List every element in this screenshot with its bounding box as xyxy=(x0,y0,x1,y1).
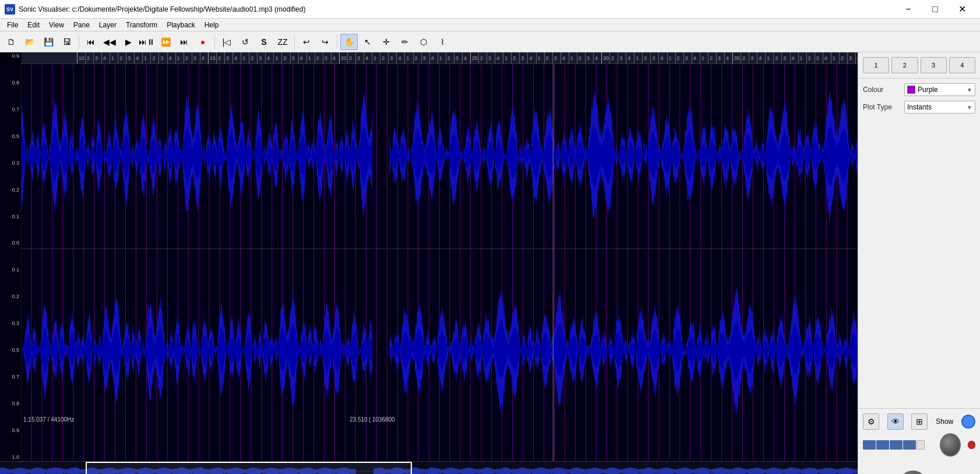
toolbar-button[interactable]: ⏩ xyxy=(157,34,174,50)
zoom-btn-4[interactable] xyxy=(903,440,916,450)
ruler-tick-minor: 3 xyxy=(519,52,524,63)
bottom-knob[interactable] xyxy=(898,471,928,474)
volume-knob[interactable] xyxy=(940,433,961,457)
toolbar-button[interactable]: ⌇ xyxy=(433,34,451,50)
ruler-tick-minor: 2 xyxy=(118,52,122,63)
ruler-tick-minor: 1 xyxy=(142,52,147,63)
plot-type-label: Plot Type xyxy=(863,103,901,111)
toolbar-button[interactable]: ● xyxy=(194,34,211,50)
layer-button-1[interactable]: 1 xyxy=(863,57,889,73)
minimize-button[interactable]: − xyxy=(895,0,922,19)
ruler-tick-minor: 4 xyxy=(658,52,663,63)
ruler-tick-minor: 1 xyxy=(503,52,507,63)
ruler-tick-minor: 2 xyxy=(478,52,483,63)
ruler-tick-minor: 1 xyxy=(372,52,376,63)
ruler-tick-minor: 3 xyxy=(126,52,131,63)
eye-icon-button[interactable]: 👁 xyxy=(887,413,904,430)
waveform-canvas-container[interactable] xyxy=(21,64,858,461)
maximize-button[interactable]: □ xyxy=(922,0,949,19)
zoom-btn-1[interactable] xyxy=(863,440,876,450)
ruler-tick-minor: 3 xyxy=(421,52,426,63)
menu-item-transform[interactable]: Transform xyxy=(121,19,162,31)
ruler-tick-minor: 3 xyxy=(815,52,819,63)
colour-swatch xyxy=(907,86,915,94)
y-axis-label: 0.7 xyxy=(0,374,21,380)
toolbar-button[interactable]: 💾 xyxy=(40,34,57,50)
layer-button-4[interactable]: 4 xyxy=(949,57,975,73)
ruler-tick-minor: 2 xyxy=(642,52,647,63)
navigator-strip[interactable] xyxy=(0,461,858,474)
ruler-tick-minor: 3 xyxy=(683,52,688,63)
toolbar-button[interactable]: 📂 xyxy=(21,34,38,50)
zoom-btn-3[interactable] xyxy=(890,440,903,450)
ruler-tick-minor: 1 xyxy=(569,52,573,63)
menu-item-pane[interactable]: Pane xyxy=(69,19,94,31)
waveform-area[interactable]: 0.90.80.70.50.30.20.10.00.10.20.30.50.70… xyxy=(0,52,858,461)
menu-item-view[interactable]: View xyxy=(44,19,69,31)
toolbar-button[interactable]: ▶ xyxy=(119,34,137,50)
y-axis-label: 0.2 xyxy=(0,188,21,193)
toolbar-button[interactable]: 🗋 xyxy=(2,34,20,50)
properties-panel: Colour Purple ▼ Plot Type Instants ▼ xyxy=(858,79,980,123)
navigator-canvas xyxy=(0,462,858,474)
toolbar-button[interactable]: ✋ xyxy=(340,34,358,50)
ruler-tick-minor: 2 xyxy=(609,52,614,63)
menu-item-help[interactable]: Help xyxy=(200,19,224,31)
menu-item-playback[interactable]: Playback xyxy=(162,19,200,31)
menu-item-file[interactable]: File xyxy=(2,19,23,31)
ruler-tick-minor: 1 xyxy=(241,52,245,63)
toolbar-separator xyxy=(79,35,79,49)
menu-item-edit[interactable]: Edit xyxy=(23,19,44,31)
toolbar-button[interactable]: ZZ xyxy=(274,34,291,50)
colour-label: Colour xyxy=(863,86,901,94)
y-axis-label: 1.0 xyxy=(0,455,21,460)
title-text: Sonic Visualiser: c:/Dokumente/Projekte/… xyxy=(19,5,305,13)
toolbar-button[interactable]: ✏ xyxy=(396,34,414,50)
show-toggle[interactable] xyxy=(961,415,975,429)
ruler-tick-minor: 3 xyxy=(192,52,196,63)
ruler-tick-minor: 3 xyxy=(454,52,459,63)
toolbar-button[interactable]: ↩ xyxy=(298,34,315,50)
menu-item-layer[interactable]: Layer xyxy=(94,19,121,31)
ruler-tick-minor: 2 xyxy=(806,52,811,63)
toolbar-button[interactable]: ⏮ xyxy=(82,34,100,50)
layer-button-2[interactable]: 2 xyxy=(891,57,918,73)
ruler-tick-minor: 4 xyxy=(495,52,499,63)
ruler-tick-minor: 3 xyxy=(93,52,98,63)
ruler-tick-minor: 3 xyxy=(290,52,295,63)
zoom-btn-5[interactable] xyxy=(916,440,925,450)
toolbar-button[interactable]: ↪ xyxy=(316,34,334,50)
ruler-tick-minor: 4 xyxy=(724,52,729,63)
ruler-tick-major: 35 xyxy=(732,52,740,63)
ruler-tick-minor: 2 xyxy=(249,52,253,63)
colour-dropdown[interactable]: Purple ▼ xyxy=(904,83,975,96)
ruler-tick-minor: 2 xyxy=(544,52,549,63)
close-button[interactable]: ✕ xyxy=(949,0,975,19)
layer-button-3[interactable]: 3 xyxy=(921,57,947,73)
toolbar-button[interactable]: ◀◀ xyxy=(101,34,118,50)
toolbar-button[interactable]: S xyxy=(255,34,273,50)
toolbar-button[interactable]: 🖫 xyxy=(58,34,76,50)
toolbar-button[interactable]: ⏭⏸ xyxy=(138,34,156,50)
ruler-tick-minor: 4 xyxy=(462,52,467,63)
record-indicator[interactable] xyxy=(968,441,975,449)
plot-type-dropdown[interactable]: Instants ▼ xyxy=(904,101,975,114)
toolbar-button[interactable]: ⏭ xyxy=(175,34,193,50)
ruler-tick-minor: 4 xyxy=(692,52,696,63)
grid-icon-button[interactable]: ⊞ xyxy=(911,413,928,430)
menu-bar: FileEditViewPaneLayerTransformPlaybackHe… xyxy=(0,19,980,31)
settings-icon-button[interactable]: ⚙ xyxy=(863,413,879,430)
toolbar-button[interactable]: |◁ xyxy=(218,34,235,50)
ruler-tick-minor: 4 xyxy=(560,52,565,63)
ruler-tick-minor: 2 xyxy=(511,52,516,63)
zoom-btn-2[interactable] xyxy=(876,440,889,450)
ruler-tick-major: 15 xyxy=(208,52,216,63)
y-axis-label: 0.1 xyxy=(0,214,21,220)
ruler-tick-minor: 2 xyxy=(773,52,778,63)
toolbar-button[interactable]: ✛ xyxy=(378,34,395,50)
ruler-tick-minor: 3 xyxy=(749,52,753,63)
toolbar-button[interactable]: ↺ xyxy=(237,34,254,50)
plot-type-arrow-icon: ▼ xyxy=(967,104,972,111)
toolbar-button[interactable]: ⬡ xyxy=(415,34,432,50)
toolbar-button[interactable]: ↖ xyxy=(359,34,376,50)
